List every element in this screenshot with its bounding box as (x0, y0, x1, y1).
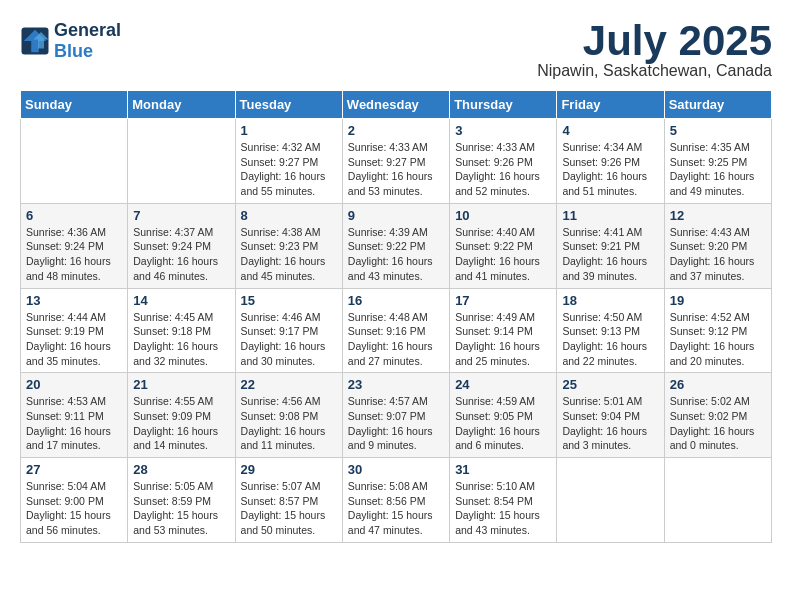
day-info: Sunrise: 4:37 AM Sunset: 9:24 PM Dayligh… (133, 225, 229, 284)
day-info: Sunrise: 4:48 AM Sunset: 9:16 PM Dayligh… (348, 310, 444, 369)
calendar-day-cell: 6Sunrise: 4:36 AM Sunset: 9:24 PM Daylig… (21, 203, 128, 288)
day-info: Sunrise: 4:50 AM Sunset: 9:13 PM Dayligh… (562, 310, 658, 369)
calendar-day-cell: 12Sunrise: 4:43 AM Sunset: 9:20 PM Dayli… (664, 203, 771, 288)
calendar-day-cell: 31Sunrise: 5:10 AM Sunset: 8:54 PM Dayli… (450, 458, 557, 543)
calendar-header-row: SundayMondayTuesdayWednesdayThursdayFrid… (21, 91, 772, 119)
day-number: 26 (670, 377, 766, 392)
day-info: Sunrise: 4:32 AM Sunset: 9:27 PM Dayligh… (241, 140, 337, 199)
title-block: July 2025 Nipawin, Saskatchewan, Canada (537, 20, 772, 80)
day-number: 30 (348, 462, 444, 477)
day-info: Sunrise: 4:46 AM Sunset: 9:17 PM Dayligh… (241, 310, 337, 369)
day-info: Sunrise: 4:43 AM Sunset: 9:20 PM Dayligh… (670, 225, 766, 284)
weekday-header: Monday (128, 91, 235, 119)
day-info: Sunrise: 5:04 AM Sunset: 9:00 PM Dayligh… (26, 479, 122, 538)
calendar-day-cell: 10Sunrise: 4:40 AM Sunset: 9:22 PM Dayli… (450, 203, 557, 288)
day-number: 10 (455, 208, 551, 223)
day-info: Sunrise: 4:45 AM Sunset: 9:18 PM Dayligh… (133, 310, 229, 369)
day-info: Sunrise: 5:10 AM Sunset: 8:54 PM Dayligh… (455, 479, 551, 538)
day-info: Sunrise: 5:08 AM Sunset: 8:56 PM Dayligh… (348, 479, 444, 538)
calendar-day-cell: 17Sunrise: 4:49 AM Sunset: 9:14 PM Dayli… (450, 288, 557, 373)
day-info: Sunrise: 4:57 AM Sunset: 9:07 PM Dayligh… (348, 394, 444, 453)
calendar-day-cell: 4Sunrise: 4:34 AM Sunset: 9:26 PM Daylig… (557, 119, 664, 204)
day-number: 3 (455, 123, 551, 138)
day-number: 19 (670, 293, 766, 308)
day-info: Sunrise: 4:55 AM Sunset: 9:09 PM Dayligh… (133, 394, 229, 453)
day-number: 28 (133, 462, 229, 477)
day-number: 1 (241, 123, 337, 138)
day-number: 16 (348, 293, 444, 308)
calendar-day-cell: 2Sunrise: 4:33 AM Sunset: 9:27 PM Daylig… (342, 119, 449, 204)
day-number: 11 (562, 208, 658, 223)
day-number: 15 (241, 293, 337, 308)
day-number: 20 (26, 377, 122, 392)
day-number: 25 (562, 377, 658, 392)
day-number: 4 (562, 123, 658, 138)
calendar-day-cell: 14Sunrise: 4:45 AM Sunset: 9:18 PM Dayli… (128, 288, 235, 373)
calendar-day-cell (128, 119, 235, 204)
day-number: 2 (348, 123, 444, 138)
day-number: 22 (241, 377, 337, 392)
weekday-header: Thursday (450, 91, 557, 119)
logo-text: General Blue (54, 20, 121, 62)
weekday-header: Sunday (21, 91, 128, 119)
calendar-week-row: 13Sunrise: 4:44 AM Sunset: 9:19 PM Dayli… (21, 288, 772, 373)
calendar-day-cell: 29Sunrise: 5:07 AM Sunset: 8:57 PM Dayli… (235, 458, 342, 543)
day-info: Sunrise: 4:33 AM Sunset: 9:26 PM Dayligh… (455, 140, 551, 199)
day-info: Sunrise: 4:35 AM Sunset: 9:25 PM Dayligh… (670, 140, 766, 199)
calendar-day-cell (664, 458, 771, 543)
day-number: 12 (670, 208, 766, 223)
calendar-day-cell: 28Sunrise: 5:05 AM Sunset: 8:59 PM Dayli… (128, 458, 235, 543)
day-info: Sunrise: 5:07 AM Sunset: 8:57 PM Dayligh… (241, 479, 337, 538)
day-info: Sunrise: 4:40 AM Sunset: 9:22 PM Dayligh… (455, 225, 551, 284)
day-number: 21 (133, 377, 229, 392)
weekday-header: Friday (557, 91, 664, 119)
calendar-day-cell (21, 119, 128, 204)
calendar-day-cell: 3Sunrise: 4:33 AM Sunset: 9:26 PM Daylig… (450, 119, 557, 204)
location: Nipawin, Saskatchewan, Canada (537, 62, 772, 80)
weekday-header: Tuesday (235, 91, 342, 119)
day-number: 8 (241, 208, 337, 223)
day-info: Sunrise: 5:01 AM Sunset: 9:04 PM Dayligh… (562, 394, 658, 453)
day-number: 24 (455, 377, 551, 392)
calendar-day-cell: 27Sunrise: 5:04 AM Sunset: 9:00 PM Dayli… (21, 458, 128, 543)
day-info: Sunrise: 4:38 AM Sunset: 9:23 PM Dayligh… (241, 225, 337, 284)
day-number: 29 (241, 462, 337, 477)
day-info: Sunrise: 4:49 AM Sunset: 9:14 PM Dayligh… (455, 310, 551, 369)
day-info: Sunrise: 4:59 AM Sunset: 9:05 PM Dayligh… (455, 394, 551, 453)
day-info: Sunrise: 4:33 AM Sunset: 9:27 PM Dayligh… (348, 140, 444, 199)
calendar-day-cell: 8Sunrise: 4:38 AM Sunset: 9:23 PM Daylig… (235, 203, 342, 288)
calendar-day-cell: 25Sunrise: 5:01 AM Sunset: 9:04 PM Dayli… (557, 373, 664, 458)
day-info: Sunrise: 4:52 AM Sunset: 9:12 PM Dayligh… (670, 310, 766, 369)
calendar-day-cell: 5Sunrise: 4:35 AM Sunset: 9:25 PM Daylig… (664, 119, 771, 204)
calendar-day-cell: 19Sunrise: 4:52 AM Sunset: 9:12 PM Dayli… (664, 288, 771, 373)
day-info: Sunrise: 4:53 AM Sunset: 9:11 PM Dayligh… (26, 394, 122, 453)
calendar-day-cell: 13Sunrise: 4:44 AM Sunset: 9:19 PM Dayli… (21, 288, 128, 373)
day-info: Sunrise: 5:05 AM Sunset: 8:59 PM Dayligh… (133, 479, 229, 538)
day-info: Sunrise: 4:34 AM Sunset: 9:26 PM Dayligh… (562, 140, 658, 199)
day-info: Sunrise: 4:36 AM Sunset: 9:24 PM Dayligh… (26, 225, 122, 284)
calendar-week-row: 20Sunrise: 4:53 AM Sunset: 9:11 PM Dayli… (21, 373, 772, 458)
day-info: Sunrise: 4:39 AM Sunset: 9:22 PM Dayligh… (348, 225, 444, 284)
calendar-day-cell: 9Sunrise: 4:39 AM Sunset: 9:22 PM Daylig… (342, 203, 449, 288)
calendar-week-row: 1Sunrise: 4:32 AM Sunset: 9:27 PM Daylig… (21, 119, 772, 204)
day-number: 23 (348, 377, 444, 392)
day-number: 6 (26, 208, 122, 223)
calendar-day-cell: 18Sunrise: 4:50 AM Sunset: 9:13 PM Dayli… (557, 288, 664, 373)
calendar-table: SundayMondayTuesdayWednesdayThursdayFrid… (20, 90, 772, 543)
month-title: July 2025 (537, 20, 772, 62)
logo: General Blue (20, 20, 121, 62)
calendar-day-cell: 7Sunrise: 4:37 AM Sunset: 9:24 PM Daylig… (128, 203, 235, 288)
day-number: 18 (562, 293, 658, 308)
calendar-week-row: 6Sunrise: 4:36 AM Sunset: 9:24 PM Daylig… (21, 203, 772, 288)
day-number: 5 (670, 123, 766, 138)
calendar-day-cell: 23Sunrise: 4:57 AM Sunset: 9:07 PM Dayli… (342, 373, 449, 458)
calendar-day-cell (557, 458, 664, 543)
calendar-week-row: 27Sunrise: 5:04 AM Sunset: 9:00 PM Dayli… (21, 458, 772, 543)
weekday-header: Saturday (664, 91, 771, 119)
calendar-day-cell: 21Sunrise: 4:55 AM Sunset: 9:09 PM Dayli… (128, 373, 235, 458)
day-info: Sunrise: 4:41 AM Sunset: 9:21 PM Dayligh… (562, 225, 658, 284)
day-info: Sunrise: 4:56 AM Sunset: 9:08 PM Dayligh… (241, 394, 337, 453)
day-number: 14 (133, 293, 229, 308)
calendar-day-cell: 11Sunrise: 4:41 AM Sunset: 9:21 PM Dayli… (557, 203, 664, 288)
calendar-day-cell: 15Sunrise: 4:46 AM Sunset: 9:17 PM Dayli… (235, 288, 342, 373)
